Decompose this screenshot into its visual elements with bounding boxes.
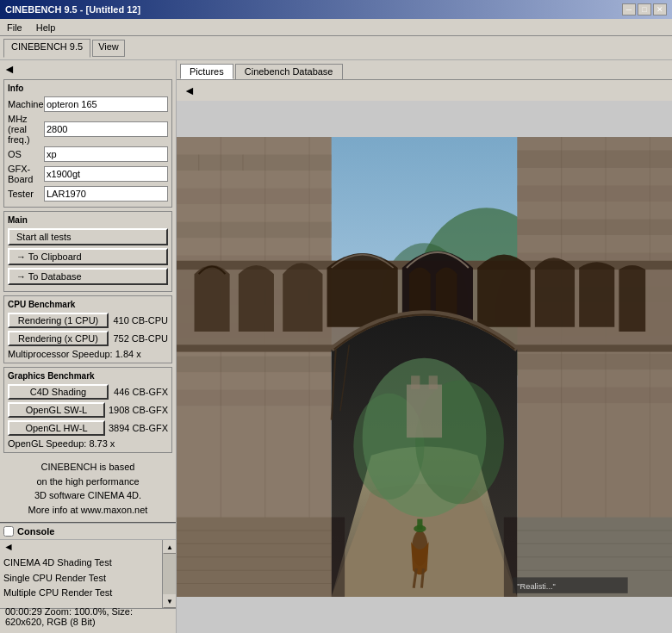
cpu-speedup: Multiprocessor Speedup: 1.84 x bbox=[8, 349, 168, 359]
svg-rect-19 bbox=[517, 150, 672, 168]
svg-rect-12 bbox=[177, 390, 332, 406]
console-scrollbar[interactable]: ▲ ▼ bbox=[162, 540, 176, 608]
console-nav-arrow[interactable]: ◄ bbox=[0, 540, 176, 554]
svg-line-56 bbox=[421, 568, 423, 588]
svg-rect-5 bbox=[177, 155, 332, 171]
score-c4d: 446 CB-GFX bbox=[112, 387, 168, 397]
os-input[interactable] bbox=[44, 146, 168, 162]
svg-rect-7 bbox=[177, 222, 332, 238]
info-line2: on the high performance bbox=[7, 475, 169, 489]
scroll-down-button[interactable]: ▼ bbox=[163, 594, 176, 608]
opengl-swl-button[interactable]: OpenGL SW-L bbox=[8, 402, 105, 418]
opengl-speedup: OpenGL Speedup: 8.73 x bbox=[8, 438, 168, 449]
tab-cinebench-db[interactable]: Cinebench Database bbox=[235, 64, 343, 79]
console-checkbox[interactable] bbox=[3, 526, 14, 537]
cpu-benchmark-title: CPU Benchmark bbox=[8, 300, 168, 309]
info-line1: CINEBENCH is based bbox=[7, 460, 169, 475]
scroll-up-button[interactable]: ▲ bbox=[163, 540, 176, 554]
c4d-row: C4D Shading 446 CB-GFX bbox=[8, 384, 168, 400]
svg-rect-37 bbox=[411, 375, 420, 388]
svg-rect-54 bbox=[417, 519, 422, 530]
mhz-label: MHz (real freq.) bbox=[8, 114, 44, 145]
info-os-row: OS bbox=[8, 146, 168, 162]
info-text-block: CINEBENCH is based on the high performan… bbox=[0, 455, 176, 522]
cpu-1cpu-row: Rendering (1 CPU) 410 CB-CPU bbox=[8, 313, 168, 328]
info-line3: 3D software CINEMA 4D. bbox=[7, 488, 169, 503]
opengl-hwl-button[interactable]: OpenGL HW-L bbox=[8, 420, 105, 436]
console-content: CINEMA 4D Shading Test Single CPU Render… bbox=[0, 554, 176, 603]
console-item-3: Multiple CPU Render Test bbox=[3, 586, 172, 601]
picture-container: "Realisti..." bbox=[177, 101, 672, 633]
score-swl: 1908 CB-GFX bbox=[109, 405, 168, 415]
svg-rect-20 bbox=[517, 186, 672, 202]
window-controls: ─ □ ✕ bbox=[622, 3, 667, 16]
graphics-benchmark-title: Graphics Benchmark bbox=[8, 371, 168, 381]
graphics-benchmark-section: Graphics Benchmark C4D Shading 446 CB-GF… bbox=[3, 367, 172, 453]
svg-rect-11 bbox=[177, 357, 332, 372]
main-layout: ◄ Info Machine MHz (real freq.) OS GFX-B… bbox=[0, 60, 672, 633]
info-mhz-row: MHz (real freq.) bbox=[8, 114, 168, 145]
maximize-button[interactable]: □ bbox=[638, 3, 651, 16]
swl-row: OpenGL SW-L 1908 CB-GFX bbox=[8, 402, 168, 418]
tester-input[interactable] bbox=[44, 186, 168, 202]
status-bar: 00:00:29 Zoom: 100.0%, Size: 620x620, RG… bbox=[0, 608, 176, 624]
main-title: Main bbox=[8, 215, 168, 225]
menu-file[interactable]: File bbox=[3, 22, 26, 34]
info-machine-row: Machine bbox=[8, 96, 168, 112]
svg-rect-36 bbox=[407, 385, 442, 438]
gfxboard-label: GFX-Board bbox=[8, 164, 44, 184]
cpu-benchmark-section: CPU Benchmark Rendering (1 CPU) 410 CB-C… bbox=[3, 295, 172, 363]
title-bar: CINEBENCH 9.5 - [Untitled 12] ─ □ ✕ bbox=[0, 0, 672, 19]
to-clipboard-button[interactable]: → To Clipboard bbox=[8, 248, 168, 265]
machine-label: Machine bbox=[8, 99, 44, 109]
c4d-shading-button[interactable]: C4D Shading bbox=[8, 384, 109, 400]
picture-nav-arrow[interactable]: ◄ bbox=[180, 84, 199, 97]
score-1cpu: 410 CB-CPU bbox=[112, 315, 168, 326]
info-line4: More info at www.maxon.net bbox=[7, 503, 169, 518]
view-button[interactable]: View bbox=[92, 40, 125, 57]
nav-arrow-left[interactable]: ◄ bbox=[0, 60, 176, 78]
rendering-1cpu-button[interactable]: Rendering (1 CPU) bbox=[8, 313, 109, 328]
toolbar: CINEBENCH 9.5 View bbox=[0, 36, 672, 60]
menu-bar: File Help bbox=[0, 19, 672, 36]
svg-rect-21 bbox=[517, 220, 672, 235]
to-database-button[interactable]: → To Database bbox=[8, 268, 168, 285]
right-panel: Pictures Cinebench Database ◄ bbox=[177, 60, 672, 633]
info-title: Info bbox=[8, 84, 168, 93]
scene-image: "Realisti..." bbox=[177, 101, 672, 633]
score-xcpu: 752 CB-CPU bbox=[112, 333, 168, 344]
start-all-button[interactable]: Start all tests bbox=[8, 228, 168, 245]
score-hwl: 3894 CB-GFX bbox=[109, 423, 168, 433]
console-panel: ◄ CINEMA 4D Shading Test Single CPU Rend… bbox=[0, 539, 176, 608]
close-button[interactable]: ✕ bbox=[653, 3, 667, 16]
svg-rect-57 bbox=[332, 518, 345, 597]
menu-help[interactable]: Help bbox=[33, 22, 59, 34]
picture-nav: ◄ bbox=[177, 80, 672, 101]
gfxboard-input[interactable] bbox=[44, 166, 168, 182]
window-title: CINEBENCH 9.5 - [Untitled 12] bbox=[5, 4, 140, 15]
console-item-2: Single CPU Render Test bbox=[3, 571, 172, 586]
hwl-row: OpenGL HW-L 3894 CB-GFX bbox=[8, 420, 168, 436]
svg-rect-38 bbox=[429, 375, 438, 388]
main-section: Main Start all tests → To Clipboard → To… bbox=[3, 211, 172, 292]
console-label: Console bbox=[17, 526, 54, 537]
minimize-button[interactable]: ─ bbox=[622, 3, 636, 16]
mhz-input[interactable] bbox=[44, 121, 168, 137]
tab-bar: Pictures Cinebench Database bbox=[177, 60, 672, 80]
app-tab[interactable]: CINEBENCH 9.5 bbox=[3, 39, 90, 58]
console-bar: Console bbox=[0, 522, 176, 539]
machine-input[interactable] bbox=[44, 96, 168, 112]
rendering-xcpu-button[interactable]: Rendering (x CPU) bbox=[8, 331, 109, 346]
svg-rect-25 bbox=[517, 354, 672, 369]
info-gfx-row: GFX-Board bbox=[8, 164, 168, 184]
status-text: 00:00:29 Zoom: 100.0%, Size: 620x620, RG… bbox=[5, 606, 171, 627]
tester-label: Tester bbox=[8, 189, 44, 199]
svg-rect-6 bbox=[177, 189, 332, 204]
svg-text:"Realisti...": "Realisti..." bbox=[517, 582, 556, 591]
info-tester-row: Tester bbox=[8, 186, 168, 202]
os-label: OS bbox=[8, 149, 44, 159]
tab-pictures[interactable]: Pictures bbox=[180, 64, 233, 79]
cpu-xcpu-row: Rendering (x CPU) 752 CB-CPU bbox=[8, 331, 168, 346]
console-item-1: CINEMA 4D Shading Test bbox=[3, 555, 172, 571]
scroll-track[interactable] bbox=[163, 554, 176, 594]
